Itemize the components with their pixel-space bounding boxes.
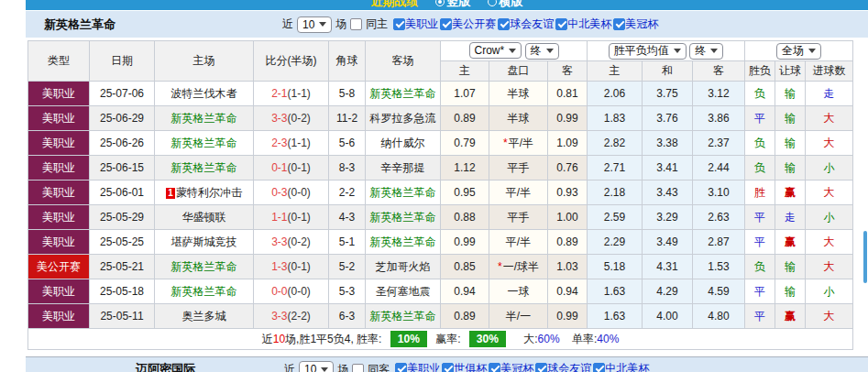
away-team-name[interactable]: 芝加哥火焰 [376, 260, 431, 273]
home-team-cell: 新英格兰革命 [155, 156, 254, 181]
date-cell: 25-06-26 [90, 131, 155, 156]
avg-time-select[interactable]: 终 [689, 43, 723, 60]
league-label[interactable]: 球会友谊 [547, 361, 591, 372]
handicap-value: 平/半 [506, 186, 531, 199]
avg-draw-cell: 4.00 [643, 304, 693, 329]
league-checkbox[interactable] [555, 18, 567, 30]
home-team-name[interactable]: 新英格兰革命 [171, 112, 237, 125]
league-checkbox[interactable] [593, 363, 605, 372]
goals-result-cell: 大 [806, 106, 853, 131]
home-team-name[interactable]: 新英格兰革命 [171, 285, 237, 298]
league-label[interactable]: 美冠杯 [500, 361, 533, 372]
chevron-down-icon [321, 367, 328, 372]
league-label[interactable]: 世俱杯 [454, 361, 487, 372]
chevron-down-icon [546, 49, 554, 53]
away-team-cell: 圣何塞地震 [366, 279, 441, 304]
away-team-name[interactable]: 辛辛那提 [381, 161, 425, 174]
away-odds-cell: 0.89 [548, 230, 588, 255]
match-count-select[interactable]: 10 [297, 16, 332, 33]
handicap-value: 半/一 [506, 310, 531, 323]
page: 近期战绩 竖版 横版 新英格兰革命 近 10 场 同主 美职业美公开赛球会友谊中… [0, 0, 868, 372]
home-odds-cell: 0.95 [441, 181, 489, 205]
home-team-name[interactable]: 新英格兰革命 [171, 260, 237, 273]
match-row: 美职业25-05-18新英格兰革命0-0(0-0)5-3圣何塞地震0.94一球0… [28, 279, 853, 304]
away-team-name[interactable]: 新英格兰革命 [370, 211, 436, 224]
league-label[interactable]: 美冠杯 [625, 16, 658, 32]
away-team-name[interactable]: 圣何塞地震 [376, 285, 431, 298]
same-home-label[interactable]: 同主 [366, 16, 388, 32]
home-team-cell: 奥兰多城 [155, 304, 254, 329]
date-cell: 25-05-11 [90, 304, 155, 329]
date-cell: 25-06-29 [90, 106, 155, 131]
away-team-name[interactable]: 新英格兰革命 [370, 310, 436, 323]
league-label[interactable]: 球会友谊 [510, 16, 554, 32]
home-team-name[interactable]: 蒙特利尔冲击 [176, 186, 242, 199]
odds-time-value: 终 [531, 43, 542, 59]
league-checkbox[interactable] [535, 363, 547, 372]
home-odds-cell: 0.94 [441, 279, 489, 304]
away-team-name[interactable]: 新英格兰革命 [370, 235, 436, 248]
summary-text: 场,胜1平5负4, 胜率: [285, 333, 381, 345]
league-type-cell: 美职业 [28, 181, 90, 205]
avg-away-cell: 2.87 [693, 230, 745, 255]
away-team-name[interactable]: 新英格兰革命 [370, 87, 436, 100]
home-team-name[interactable]: 新英格兰革命 [171, 161, 237, 174]
score-cell: 2-1(1-1) [254, 82, 329, 106]
fulltime-score: 0-3 [271, 186, 287, 199]
away-team-name[interactable]: 科罗拉多急流 [370, 112, 436, 125]
date-cell: 25-06-01 [90, 181, 155, 205]
layout-radio-horizontal[interactable]: 横版 [488, 0, 523, 10]
avg-odds-select[interactable]: 胜平负均值 [609, 43, 687, 60]
league-checkbox[interactable] [489, 363, 500, 372]
odds-time-select[interactable]: 终 [525, 43, 559, 60]
score-cell: 3-3(0-2) [254, 106, 329, 131]
league-checkbox[interactable] [498, 18, 510, 30]
result-cell: 平 [745, 106, 775, 131]
home-team-name[interactable]: 奥兰多城 [182, 310, 226, 323]
league-label[interactable]: 美公开赛 [452, 16, 496, 32]
avg-draw-cell: 4.29 [643, 279, 693, 304]
home-odds-cell: 0.88 [441, 205, 489, 230]
league-checkbox[interactable] [393, 18, 405, 30]
same-away-label[interactable]: 同客 [368, 362, 390, 372]
away-team-cell: 新英格兰革命 [366, 205, 441, 230]
odds-company-select[interactable]: Crow* [469, 42, 522, 59]
goals-result-cell: 走 [806, 82, 853, 106]
same-away-checkbox[interactable] [352, 364, 364, 372]
away-team-name[interactable]: 新英格兰革命 [370, 186, 436, 199]
col-type: 类型 [28, 41, 90, 82]
goals-result-cell: 大 [806, 181, 853, 205]
league-checkbox[interactable] [395, 363, 407, 372]
league-checkbox[interactable] [613, 18, 625, 30]
scope-select[interactable]: 全场 [776, 43, 821, 60]
league-label[interactable]: 美职业 [405, 16, 438, 32]
avg-away-cell: 3.12 [693, 82, 745, 106]
date-cell: 25-06-15 [90, 156, 155, 181]
same-home-checkbox[interactable] [350, 18, 362, 30]
league-label[interactable]: 中北美杯 [605, 361, 649, 372]
goals-result-cell: 大 [806, 131, 853, 156]
halftime-score: (0-0) [288, 186, 311, 199]
single-label: 单率: [572, 333, 597, 345]
match-count-select[interactable]: 10 [299, 361, 334, 372]
scrollbar-thumb[interactable] [863, 231, 867, 283]
league-checkbox[interactable] [440, 18, 452, 30]
away-team-name[interactable]: 纳什威尔 [381, 137, 425, 149]
league-filter-item: 中北美杯 [593, 361, 649, 372]
home-team-name[interactable]: 新英格兰革命 [171, 137, 237, 149]
layout-radio-vertical[interactable]: 竖版 [435, 0, 471, 10]
league-label[interactable]: 中北美杯 [567, 16, 611, 32]
home-team-cell: 华盛顿联 [155, 205, 254, 230]
handicap-value: 平/半 [506, 235, 531, 248]
halftime-score: (2-2) [288, 310, 311, 323]
league-label[interactable]: 美职业 [407, 361, 440, 372]
avg-away-cell: 2.37 [693, 131, 745, 156]
home-team-name[interactable]: 堪萨斯城竞技 [171, 235, 237, 248]
home-team-name[interactable]: 波特兰伐木者 [171, 87, 237, 100]
home-team-name[interactable]: 华盛顿联 [182, 211, 226, 224]
goals-result-cell: 大 [806, 230, 853, 255]
league-checkbox[interactable] [442, 363, 454, 372]
big-label: 大: [523, 333, 537, 345]
corner-cell: 4-3 [329, 205, 366, 230]
handicap-result-cell: 赢 [775, 304, 806, 329]
